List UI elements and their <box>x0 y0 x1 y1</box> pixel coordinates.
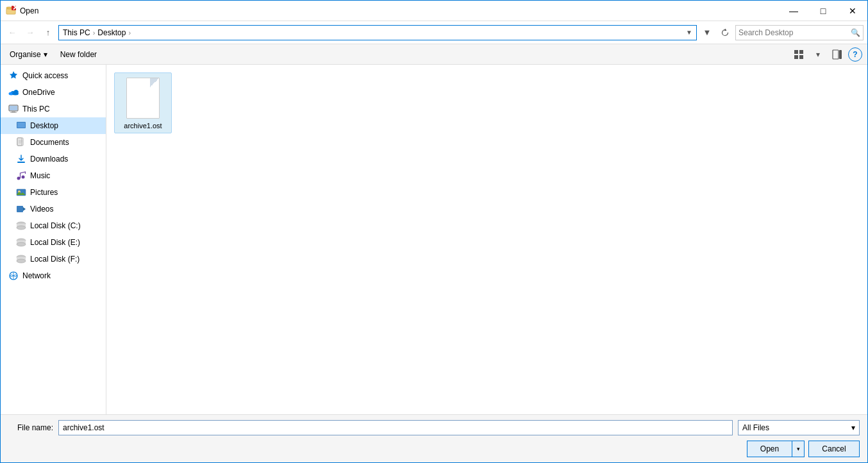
toolbar-right: ▾ ? <box>790 46 862 63</box>
close-button[interactable]: ✕ <box>838 1 867 21</box>
file-page <box>126 78 160 119</box>
file-type-dropdown[interactable]: All Files ▾ <box>738 420 860 435</box>
svg-rect-2 <box>8 7 11 9</box>
svg-rect-30 <box>17 206 23 212</box>
bottom-bar: File name: All Files ▾ Open ▾ Cancel <box>1 414 867 462</box>
desktop-icon <box>16 121 26 131</box>
path-this-pc: This PC <box>63 28 90 37</box>
svg-rect-11 <box>839 50 842 59</box>
file-icon-large <box>124 76 162 121</box>
local-disk-f-icon <box>16 254 26 264</box>
organise-label: Organise <box>10 50 41 59</box>
preview-pane-button[interactable] <box>829 46 846 63</box>
music-icon <box>16 171 26 181</box>
documents-label: Documents <box>30 138 69 147</box>
sidebar: Quick access OneDrive <box>1 65 106 414</box>
path-sep1: › <box>93 29 96 37</box>
svg-rect-17 <box>10 112 17 113</box>
quick-access-label: Quick access <box>22 71 68 80</box>
title-bar-left: ✕ Open <box>6 6 38 16</box>
maximize-button[interactable]: □ <box>808 1 838 21</box>
svg-point-37 <box>17 242 26 246</box>
sidebar-item-this-pc[interactable]: This PC <box>1 101 106 117</box>
open-split-button: Open ▾ <box>747 441 805 457</box>
file-name-label: archive1.ost <box>124 122 162 130</box>
forward-button[interactable]: → <box>22 25 38 40</box>
view-dropdown-button[interactable]: ▾ <box>810 46 826 63</box>
music-label: Music <box>30 171 50 180</box>
organise-button[interactable]: Organise ▾ <box>6 46 51 63</box>
downloads-label: Downloads <box>30 155 68 164</box>
svg-point-27 <box>22 176 25 179</box>
title-bar-controls: — □ ✕ <box>779 1 867 21</box>
open-dialog: ✕ Open — □ ✕ ← → ↑ This PC › Desktop › ▼… <box>0 0 868 463</box>
path-desktop: Desktop <box>97 28 126 37</box>
svg-point-40 <box>17 259 26 263</box>
pictures-icon <box>16 187 26 198</box>
local-disk-e-icon <box>16 237 26 248</box>
quick-access-icon <box>8 71 19 81</box>
sidebar-item-quick-access[interactable]: Quick access <box>1 67 106 84</box>
sidebar-item-desktop[interactable]: Desktop <box>1 117 106 134</box>
buttons-row: Open ▾ Cancel <box>8 441 860 457</box>
open-button[interactable]: Open <box>747 441 792 457</box>
svg-rect-7 <box>799 50 803 54</box>
svg-rect-19 <box>17 122 25 128</box>
file-name-input[interactable] <box>58 420 733 435</box>
dialog-icon: ✕ <box>6 6 16 16</box>
file-name-label-text: File name: <box>8 423 53 432</box>
search-icon: 🔍 <box>851 28 860 37</box>
sidebar-item-local-disk-f[interactable]: Local Disk (F:) <box>1 251 106 267</box>
sidebar-item-pictures[interactable]: Pictures <box>1 184 106 201</box>
new-folder-label: New folder <box>60 50 97 59</box>
address-bar: ← → ↑ This PC › Desktop › ▼ ▼ 🔍 <box>1 21 867 44</box>
cancel-button[interactable]: Cancel <box>808 441 860 457</box>
this-pc-label: This PC <box>22 105 50 114</box>
view-options-button[interactable] <box>790 46 807 63</box>
downloads-icon <box>16 154 26 164</box>
svg-rect-10 <box>833 50 839 59</box>
open-dropdown-button[interactable]: ▾ <box>792 441 805 457</box>
onedrive-icon <box>8 87 19 97</box>
file-page-fold <box>150 78 159 87</box>
sidebar-item-local-disk-e[interactable]: Local Disk (E:) <box>1 234 106 251</box>
file-area: archive1.ost <box>106 65 867 414</box>
address-path[interactable]: This PC › Desktop › ▼ <box>58 25 697 40</box>
this-pc-icon <box>8 104 19 114</box>
path-dropdown-arrow[interactable]: ▼ <box>686 29 692 36</box>
sidebar-item-downloads[interactable]: Downloads <box>1 151 106 167</box>
svg-marker-5 <box>724 28 727 31</box>
file-name-row: File name: All Files ▾ <box>8 420 860 435</box>
desktop-label: Desktop <box>30 121 58 130</box>
svg-rect-6 <box>794 50 798 54</box>
svg-point-13 <box>12 92 19 96</box>
organise-arrow: ▾ <box>44 50 47 59</box>
main-content: Quick access OneDrive <box>1 65 867 414</box>
file-type-label: All Files <box>742 423 769 432</box>
minimize-button[interactable]: — <box>779 1 808 21</box>
svg-rect-15 <box>10 106 17 110</box>
path-dropdown-button[interactable]: ▼ <box>699 25 715 40</box>
new-folder-button[interactable]: New folder <box>56 46 101 63</box>
search-input[interactable] <box>739 28 849 37</box>
title-bar: ✕ Open — □ ✕ <box>1 1 867 21</box>
sidebar-item-documents[interactable]: Documents <box>1 134 106 151</box>
sidebar-item-network[interactable]: Network <box>1 267 106 284</box>
videos-icon <box>16 204 26 214</box>
videos-label: Videos <box>30 205 53 214</box>
svg-point-26 <box>17 177 21 180</box>
up-button[interactable]: ↑ <box>40 25 56 40</box>
sidebar-item-videos[interactable]: Videos <box>1 201 106 217</box>
sidebar-item-music[interactable]: Music <box>1 167 106 184</box>
pictures-label: Pictures <box>30 188 58 197</box>
svg-rect-25 <box>17 162 25 163</box>
sidebar-item-onedrive[interactable]: OneDrive <box>1 84 106 101</box>
help-button[interactable]: ? <box>848 47 862 62</box>
dialog-title: Open <box>20 6 38 15</box>
back-button[interactable]: ← <box>4 25 20 40</box>
file-item-archive1[interactable]: archive1.ost <box>114 72 172 133</box>
sidebar-item-local-disk-c[interactable]: Local Disk (C:) <box>1 217 106 234</box>
search-box[interactable]: 🔍 <box>735 25 864 40</box>
svg-rect-16 <box>12 111 15 112</box>
refresh-button[interactable] <box>717 25 733 40</box>
